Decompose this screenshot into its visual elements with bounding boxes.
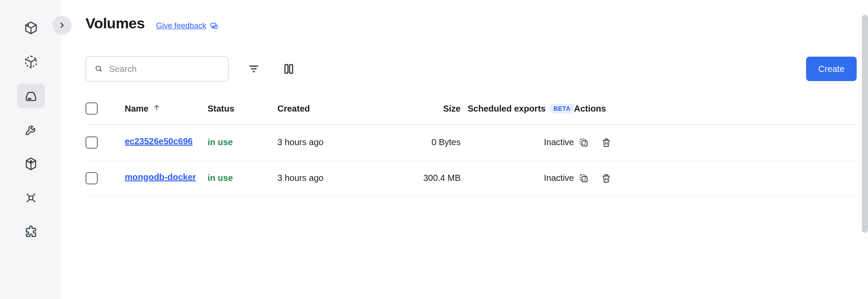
container-box-icon bbox=[24, 21, 38, 35]
sidebar-item-extensions[interactable] bbox=[17, 220, 45, 244]
status-label: in use bbox=[208, 173, 233, 183]
filter-button[interactable] bbox=[244, 59, 263, 78]
columns-button[interactable] bbox=[279, 59, 298, 78]
page-header: Volumes Give feedback bbox=[85, 15, 857, 32]
header-checkbox-cell bbox=[85, 102, 125, 115]
volumes-table: Name Status Created Size Scheduled expor… bbox=[85, 102, 857, 196]
svg-point-2 bbox=[30, 161, 31, 162]
package-icon bbox=[24, 157, 38, 171]
wrench-icon bbox=[24, 123, 38, 137]
scrollbar[interactable] bbox=[862, 15, 868, 233]
column-header-scheduled-exports[interactable]: Scheduled exports BETA bbox=[461, 104, 574, 114]
columns-icon bbox=[282, 62, 295, 75]
scheduled-exports-label: Inactive bbox=[544, 173, 574, 183]
svg-rect-7 bbox=[285, 65, 288, 73]
clone-button[interactable] bbox=[578, 173, 589, 183]
scheduled-exports-label: Inactive bbox=[544, 137, 574, 147]
sidebar-item-builds[interactable] bbox=[17, 152, 45, 176]
row-checkbox[interactable] bbox=[85, 172, 98, 184]
column-header-size[interactable]: Size bbox=[382, 104, 461, 114]
trash-icon bbox=[601, 137, 612, 148]
sidebar-item-containers[interactable] bbox=[17, 16, 45, 40]
delete-button[interactable] bbox=[601, 173, 612, 183]
select-all-checkbox[interactable] bbox=[85, 102, 98, 115]
search-icon bbox=[95, 64, 103, 74]
volume-name-link[interactable]: mongodb-docker bbox=[125, 172, 196, 182]
sidebar-item-volumes[interactable] bbox=[17, 84, 45, 108]
svg-point-1 bbox=[30, 99, 31, 99]
clone-icon bbox=[578, 137, 589, 148]
column-header-actions: Actions bbox=[574, 104, 631, 114]
clone-button[interactable] bbox=[578, 137, 589, 148]
svg-rect-4 bbox=[211, 23, 216, 27]
volume-name-link[interactable]: ec23526e50c696 bbox=[125, 136, 193, 146]
trash-icon bbox=[601, 173, 612, 183]
clone-icon bbox=[578, 173, 589, 183]
table-row: ec23526e50c696 in use 3 hours ago 0 Byte… bbox=[85, 125, 857, 160]
svg-rect-12 bbox=[580, 175, 585, 180]
create-button[interactable]: Create bbox=[806, 57, 857, 81]
svg-point-6 bbox=[96, 66, 100, 71]
column-header-created[interactable]: Created bbox=[277, 104, 382, 114]
delete-button[interactable] bbox=[601, 137, 612, 148]
size-label: 0 Bytes bbox=[431, 137, 461, 147]
created-label: 3 hours ago bbox=[277, 137, 324, 147]
search-input[interactable] bbox=[109, 64, 219, 74]
column-header-status[interactable]: Status bbox=[208, 104, 277, 114]
give-feedback-label: Give feedback bbox=[156, 21, 206, 31]
explore-icon bbox=[24, 191, 38, 205]
search-box[interactable] bbox=[85, 56, 229, 82]
beta-badge: BETA bbox=[550, 104, 574, 113]
svg-rect-8 bbox=[290, 65, 293, 73]
column-header-name[interactable]: Name bbox=[125, 104, 208, 114]
svg-rect-11 bbox=[582, 177, 587, 182]
puzzle-icon bbox=[24, 225, 38, 239]
sidebar-item-images[interactable] bbox=[17, 50, 45, 74]
svg-point-0 bbox=[28, 99, 29, 99]
sidebar-item-discover[interactable] bbox=[17, 186, 45, 210]
row-checkbox[interactable] bbox=[85, 136, 98, 149]
sidebar bbox=[0, 0, 62, 299]
page-title: Volumes bbox=[85, 15, 145, 32]
created-label: 3 hours ago bbox=[277, 173, 324, 183]
sidebar-expand-toggle[interactable] bbox=[52, 16, 72, 35]
sidebar-item-dev[interactable] bbox=[17, 118, 45, 142]
give-feedback-link[interactable]: Give feedback bbox=[156, 21, 219, 31]
main-panel: Volumes Give feedback bbox=[62, 0, 868, 299]
chat-bubble-icon bbox=[210, 22, 219, 31]
sort-asc-icon bbox=[153, 104, 161, 114]
table-header: Name Status Created Size Scheduled expor… bbox=[85, 102, 857, 125]
toolbar: Create bbox=[85, 56, 857, 82]
table-row: mongodb-docker in use 3 hours ago 300.4 … bbox=[85, 160, 857, 196]
volume-disk-icon bbox=[24, 89, 38, 103]
cube-dashed-icon bbox=[24, 55, 38, 69]
svg-rect-10 bbox=[580, 139, 585, 144]
status-label: in use bbox=[208, 137, 233, 147]
size-label: 300.4 MB bbox=[423, 173, 461, 183]
svg-rect-9 bbox=[582, 141, 587, 146]
chevron-right-icon bbox=[57, 20, 67, 30]
svg-point-3 bbox=[29, 196, 33, 200]
filter-icon bbox=[247, 62, 260, 75]
